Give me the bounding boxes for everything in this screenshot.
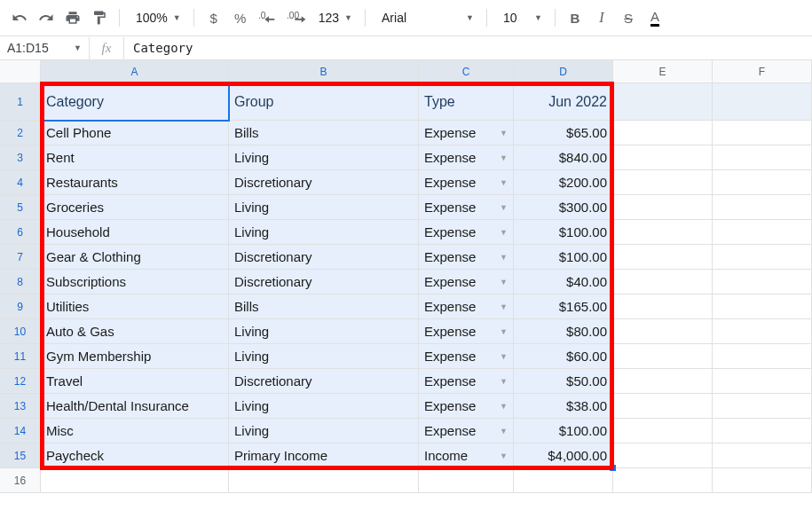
cell-A9[interactable]: Utilities <box>41 294 229 319</box>
data-validation-dropdown-icon[interactable]: ▼ <box>494 427 508 436</box>
cell-F2[interactable] <box>713 121 812 145</box>
cell-C13[interactable]: Expense▼ <box>419 394 514 419</box>
row-header-12[interactable]: 12 <box>0 369 41 394</box>
cell-B13[interactable]: Living <box>229 394 419 419</box>
column-header-A[interactable]: A <box>41 60 229 83</box>
cell-C12[interactable]: Expense▼ <box>419 369 514 394</box>
percent-button[interactable]: % <box>228 5 253 30</box>
data-validation-dropdown-icon[interactable]: ▼ <box>494 153 508 162</box>
cell-D2[interactable]: $65.00 <box>514 121 613 145</box>
cell-F1[interactable] <box>713 83 812 121</box>
cell-F14[interactable] <box>713 419 812 443</box>
row-header-15[interactable]: 15 <box>0 443 41 468</box>
cell-C8[interactable]: Expense▼ <box>419 270 514 294</box>
cell-E16[interactable] <box>613 468 713 493</box>
cell-C14[interactable]: Expense▼ <box>419 419 514 443</box>
data-validation-dropdown-icon[interactable]: ▼ <box>494 178 508 187</box>
cell-F4[interactable] <box>713 170 812 195</box>
row-header-5[interactable]: 5 <box>0 195 41 220</box>
cell-B5[interactable]: Living <box>229 195 419 220</box>
cell-D7[interactable]: $100.00 <box>514 245 613 270</box>
cell-E3[interactable] <box>613 145 713 170</box>
cell-D15[interactable]: $4,000.00 <box>514 443 613 468</box>
cell-A11[interactable]: Gym Membership <box>41 344 229 369</box>
zoom-select[interactable]: 100% ▼ <box>127 5 186 30</box>
cell-F12[interactable] <box>713 369 812 394</box>
cell-C15[interactable]: Income▼ <box>419 443 514 468</box>
print-button[interactable] <box>60 5 85 30</box>
cell-B15[interactable]: Primary Income <box>229 443 419 468</box>
data-validation-dropdown-icon[interactable]: ▼ <box>494 352 508 361</box>
cell-D13[interactable]: $38.00 <box>514 394 613 419</box>
cell-C7[interactable]: Expense▼ <box>419 245 514 270</box>
cell-F5[interactable] <box>713 195 812 220</box>
cell-F16[interactable] <box>713 468 812 493</box>
cell-B6[interactable]: Living <box>229 220 419 245</box>
cell-D6[interactable]: $100.00 <box>514 220 613 245</box>
cell-F3[interactable] <box>713 145 812 170</box>
cell-A12[interactable]: Travel <box>41 369 229 394</box>
cell-E14[interactable] <box>613 419 713 443</box>
row-header-1[interactable]: 1 <box>0 83 41 121</box>
cell-F10[interactable] <box>713 319 812 344</box>
undo-button[interactable] <box>7 5 32 30</box>
formula-input[interactable]: Category <box>124 41 812 55</box>
cell-F13[interactable] <box>713 394 812 419</box>
cell-E1[interactable] <box>613 83 713 121</box>
cell-A2[interactable]: Cell Phone <box>41 121 229 145</box>
cell-A4[interactable]: Restaurants <box>41 170 229 195</box>
cell-A7[interactable]: Gear & Clothing <box>41 245 229 270</box>
cell-B16[interactable] <box>229 468 419 493</box>
cell-E2[interactable] <box>613 121 713 145</box>
text-color-button[interactable]: A <box>643 5 667 30</box>
data-validation-dropdown-icon[interactable]: ▼ <box>494 253 508 262</box>
font-select[interactable]: Arial ▼ <box>373 5 479 30</box>
cell-C6[interactable]: Expense▼ <box>419 220 514 245</box>
cell-B4[interactable]: Discretionary <box>229 170 419 195</box>
cell-D5[interactable]: $300.00 <box>514 195 613 220</box>
cell-F15[interactable] <box>713 443 812 468</box>
bold-button[interactable]: B <box>563 5 587 30</box>
cell-C1[interactable]: Type <box>419 83 514 121</box>
cell-D1[interactable]: Jun 2022 <box>514 83 613 121</box>
cell-E8[interactable] <box>613 270 713 294</box>
cell-B7[interactable]: Discretionary <box>229 245 419 270</box>
cell-E9[interactable] <box>613 294 713 319</box>
cell-E5[interactable] <box>613 195 713 220</box>
strikethrough-button[interactable]: S <box>616 5 641 30</box>
data-validation-dropdown-icon[interactable]: ▼ <box>494 377 508 386</box>
cell-A1[interactable]: Category <box>41 83 229 121</box>
cell-A13[interactable]: Health/Dental Insurance <box>41 394 229 419</box>
cell-E13[interactable] <box>613 394 713 419</box>
cell-F11[interactable] <box>713 344 812 369</box>
cell-C3[interactable]: Expense▼ <box>419 145 514 170</box>
column-header-F[interactable]: F <box>713 60 812 83</box>
row-header-7[interactable]: 7 <box>0 245 41 270</box>
cell-B8[interactable]: Discretionary <box>229 270 419 294</box>
font-size-select[interactable]: 10 ▼ <box>494 5 548 30</box>
cell-D4[interactable]: $200.00 <box>514 170 613 195</box>
cell-D12[interactable]: $50.00 <box>514 369 613 394</box>
cell-C2[interactable]: Expense▼ <box>419 121 514 145</box>
cell-F6[interactable] <box>713 220 812 245</box>
selection-handle[interactable] <box>610 465 616 471</box>
cell-F9[interactable] <box>713 294 812 319</box>
cell-B3[interactable]: Living <box>229 145 419 170</box>
cell-E11[interactable] <box>613 344 713 369</box>
data-validation-dropdown-icon[interactable]: ▼ <box>494 129 508 137</box>
row-header-13[interactable]: 13 <box>0 394 41 419</box>
cell-C11[interactable]: Expense▼ <box>419 344 514 369</box>
cell-C10[interactable]: Expense▼ <box>419 319 514 344</box>
cell-B12[interactable]: Discretionary <box>229 369 419 394</box>
select-all-corner[interactable] <box>0 60 41 83</box>
data-validation-dropdown-icon[interactable]: ▼ <box>494 278 508 286</box>
data-validation-dropdown-icon[interactable]: ▼ <box>494 302 508 311</box>
increase-decimal-button[interactable]: .00 <box>283 5 313 30</box>
cell-A14[interactable]: Misc <box>41 419 229 443</box>
decrease-decimal-button[interactable]: .0 <box>255 5 281 30</box>
cell-E12[interactable] <box>613 369 713 394</box>
cell-D14[interactable]: $100.00 <box>514 419 613 443</box>
cell-A8[interactable]: Subscriptions <box>41 270 229 294</box>
cell-E4[interactable] <box>613 170 713 195</box>
data-validation-dropdown-icon[interactable]: ▼ <box>494 327 508 336</box>
